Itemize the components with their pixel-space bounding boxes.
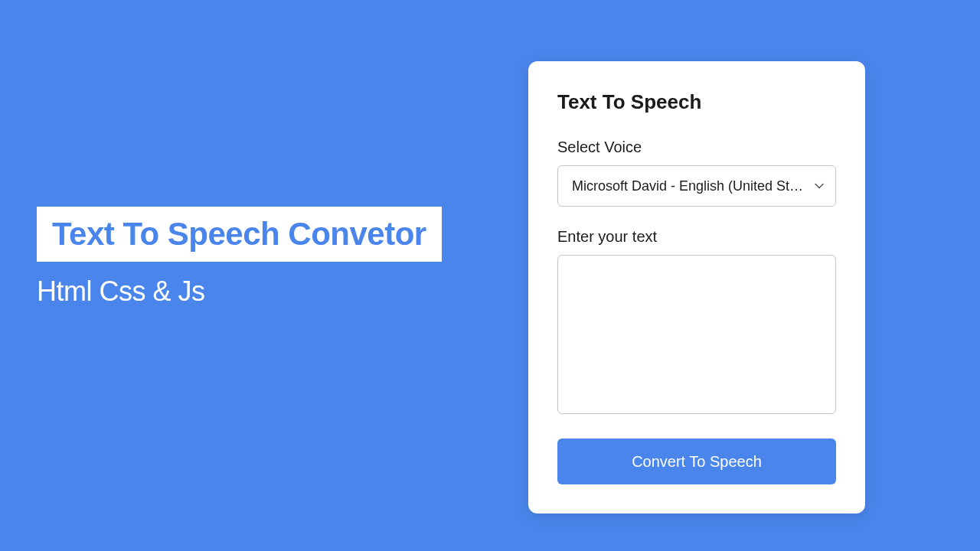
voice-select-wrapper: Microsoft David - English (United States… (557, 165, 836, 207)
hero-section: Text To Speech Convetor Html Css & Js (37, 207, 442, 308)
text-input[interactable] (557, 255, 836, 414)
convert-button[interactable]: Convert To Speech (557, 439, 836, 484)
voice-label: Select Voice (557, 139, 836, 156)
hero-title: Text To Speech Convetor (52, 216, 426, 253)
hero-title-box: Text To Speech Convetor (37, 207, 442, 262)
voice-select[interactable]: Microsoft David - English (United States… (557, 165, 836, 207)
text-label: Enter your text (557, 228, 836, 246)
tts-card: Text To Speech Select Voice Microsoft Da… (528, 61, 865, 514)
card-title: Text To Speech (557, 90, 836, 114)
hero-subtitle: Html Css & Js (37, 276, 442, 308)
